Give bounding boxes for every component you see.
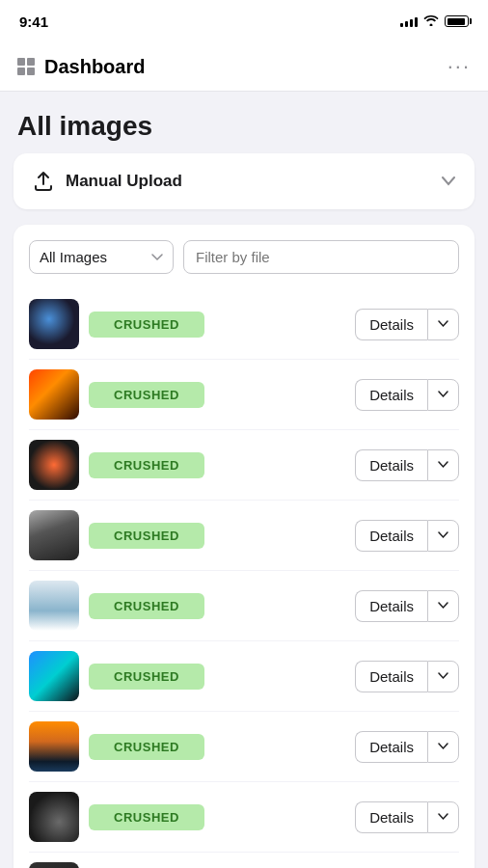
row-actions: Details — [355, 520, 459, 552]
upload-label: Manual Upload — [66, 172, 182, 191]
upload-card[interactable]: Manual Upload — [14, 153, 474, 209]
image-row: CRUSHED Details — [29, 360, 459, 430]
crushed-badge: CRUSHED — [89, 664, 204, 690]
filter-by-file-input[interactable] — [183, 240, 459, 274]
images-list-card: All Images CRUSHED Details CRUSHED Det — [14, 225, 474, 868]
row-actions: Details — [355, 731, 459, 763]
image-rows-list: CRUSHED Details CRUSHED Details CRUSHED … — [29, 289, 459, 868]
upload-icon — [33, 171, 54, 192]
row-dropdown-arrow-icon — [438, 670, 448, 682]
row-dropdown-button[interactable] — [427, 661, 459, 692]
wifi-icon — [423, 14, 439, 29]
details-button[interactable]: Details — [355, 731, 427, 763]
row-dropdown-button[interactable] — [427, 801, 459, 833]
row-dropdown-arrow-icon — [438, 318, 448, 330]
filter-select-arrow-icon — [151, 251, 163, 264]
image-thumbnail — [29, 299, 79, 349]
row-dropdown-button[interactable] — [427, 379, 459, 411]
crushed-badge: CRUSHED — [89, 452, 204, 478]
image-row: CRUSHED Details — [29, 712, 459, 782]
details-button[interactable]: Details — [355, 449, 427, 481]
header: Dashboard ··· — [0, 42, 488, 92]
upload-chevron-icon — [442, 174, 455, 189]
details-button[interactable]: Details — [355, 801, 427, 833]
details-button[interactable]: Details — [355, 379, 427, 411]
more-options-button[interactable]: ··· — [447, 54, 471, 79]
image-row: CRUSHED Details — [29, 501, 459, 571]
image-row: CRUSHED Details — [29, 641, 459, 712]
crushed-badge: CRUSHED — [89, 734, 204, 760]
content-area: Manual Upload All Images CRUSHED Details — [0, 153, 488, 868]
row-actions: Details — [355, 309, 459, 340]
row-actions: Details — [355, 379, 459, 411]
details-button[interactable]: Details — [355, 661, 427, 692]
crushed-badge: CRUSHED — [89, 523, 204, 549]
image-row: CRUSHED Details — [29, 289, 459, 360]
filter-row: All Images — [29, 240, 459, 274]
upload-left: Manual Upload — [33, 171, 182, 192]
status-bar: 9:41 — [0, 0, 488, 42]
row-dropdown-arrow-icon — [438, 459, 448, 471]
row-dropdown-arrow-icon — [438, 811, 448, 823]
row-dropdown-button[interactable] — [427, 590, 459, 622]
row-dropdown-button[interactable] — [427, 520, 459, 552]
crushed-badge: CRUSHED — [89, 804, 204, 830]
row-dropdown-button[interactable] — [427, 731, 459, 763]
status-icons — [400, 14, 469, 29]
row-actions: Details — [355, 801, 459, 833]
signal-icon — [400, 15, 418, 27]
header-title: Dashboard — [44, 56, 145, 78]
dashboard-grid-icon — [17, 58, 35, 75]
page-title: All images — [17, 111, 471, 142]
image-thumbnail — [29, 581, 79, 631]
row-dropdown-arrow-icon — [438, 529, 448, 541]
crushed-badge: CRUSHED — [89, 312, 204, 338]
image-thumbnail — [29, 369, 79, 420]
row-dropdown-button[interactable] — [427, 309, 459, 340]
row-actions: Details — [355, 661, 459, 692]
image-row: CRUSHED Details — [29, 430, 459, 501]
header-left: Dashboard — [17, 56, 145, 78]
page-title-section: All images — [0, 92, 488, 153]
battery-icon — [445, 15, 469, 27]
image-thumbnail — [29, 721, 79, 772]
image-thumbnail — [29, 651, 79, 701]
status-time: 9:41 — [19, 14, 48, 30]
row-actions: Details — [355, 449, 459, 481]
image-thumbnail — [29, 792, 79, 842]
crushed-badge: CRUSHED — [89, 382, 204, 408]
row-dropdown-arrow-icon — [438, 389, 448, 400]
row-actions: Details — [355, 590, 459, 622]
filter-select-value: All Images — [40, 249, 107, 265]
row-dropdown-arrow-icon — [438, 741, 448, 752]
image-filter-select[interactable]: All Images — [29, 240, 174, 274]
row-dropdown-arrow-icon — [438, 600, 448, 611]
image-row: CRUSHED Details — [29, 571, 459, 641]
image-row: CRUSHED Details — [29, 853, 459, 868]
details-button[interactable]: Details — [355, 520, 427, 552]
row-dropdown-button[interactable] — [427, 449, 459, 481]
details-button[interactable]: Details — [355, 590, 427, 622]
image-row: CRUSHED Details — [29, 782, 459, 853]
image-thumbnail — [29, 862, 79, 868]
details-button[interactable]: Details — [355, 309, 427, 340]
image-thumbnail — [29, 440, 79, 490]
image-thumbnail — [29, 510, 79, 560]
crushed-badge: CRUSHED — [89, 593, 204, 619]
